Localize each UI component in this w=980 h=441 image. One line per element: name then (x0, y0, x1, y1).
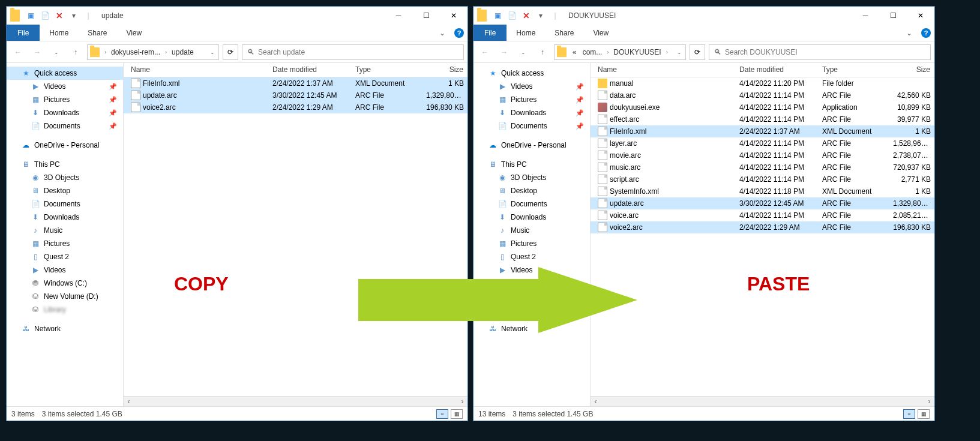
sidebar-item[interactable]: ▶Videos (7, 263, 123, 277)
sidebar-item[interactable]: ◉3D Objects (7, 171, 123, 184)
sidebar-item[interactable]: ★Quick access (7, 67, 123, 80)
breadcrumb-segment[interactable]: dokyusei-rem... (109, 48, 163, 56)
forward-button[interactable]: → (29, 44, 45, 60)
back-button[interactable]: ← (10, 44, 26, 60)
qat-properties-icon[interactable]: ▣ (25, 10, 37, 22)
sidebar-item[interactable]: ⬇Downloads (473, 211, 590, 224)
close-button[interactable]: ✕ (440, 7, 467, 25)
sidebar-item[interactable]: ★Quick access (473, 67, 590, 80)
breadcrumb[interactable]: › dokyusei-rem... › update ⌄ (87, 44, 219, 60)
help-icon[interactable]: ? (451, 25, 467, 41)
sidebar-item[interactable]: ▦Pictures (473, 237, 590, 250)
table-row[interactable]: movie.arc4/14/2022 11:14 PMARC File2,738… (591, 149, 934, 161)
sidebar-item[interactable]: ♪Music (7, 224, 123, 237)
table-row[interactable]: FileInfo.xml2/24/2022 1:37 AMXML Documen… (124, 77, 467, 89)
sidebar-item[interactable]: ▯Quest 2 (7, 250, 123, 263)
table-row[interactable]: voice2.arc2/24/2022 1:29 AMARC File196,8… (591, 221, 934, 233)
qat-delete-icon[interactable]: ✕ (520, 10, 532, 22)
sidebar-item[interactable]: ▶Videos📌 (7, 80, 123, 93)
navigation-pane[interactable]: ★Quick access▶Videos📌▦Pictures📌⬇Download… (473, 63, 591, 406)
column-header-name[interactable]: Name (124, 63, 269, 77)
titlebar[interactable]: ▣ 📄 ✕ ▾ | update ─ ☐ ✕ (7, 7, 467, 25)
tab-file[interactable]: File (473, 25, 507, 41)
breadcrumb-segment[interactable]: update (169, 48, 196, 56)
sidebar-item[interactable]: ⬇Downloads (7, 211, 123, 224)
close-button[interactable]: ✕ (907, 7, 934, 25)
sidebar-item[interactable]: ▦Pictures📌 (473, 93, 590, 106)
sidebar-item[interactable]: ♪Music (473, 224, 590, 237)
tab-view[interactable]: View (116, 25, 151, 41)
chevron-down-icon[interactable]: ⌄ (676, 49, 683, 55)
maximize-button[interactable]: ☐ (879, 7, 907, 25)
qat-new-folder-icon[interactable]: 📄 (506, 10, 518, 22)
sidebar-item[interactable]: ⛁Library (7, 303, 123, 316)
sidebar-item[interactable]: ▦Pictures (7, 237, 123, 250)
tab-file[interactable]: File (7, 25, 40, 41)
table-row[interactable]: SystemInfo.xml4/14/2022 11:18 PMXML Docu… (591, 185, 934, 197)
tab-share[interactable]: Share (78, 25, 116, 41)
recent-dropdown[interactable]: ⌄ (516, 44, 531, 60)
details-view-button[interactable]: ≡ (903, 409, 915, 419)
sidebar-item[interactable]: ▯Quest 2 (473, 250, 590, 263)
ribbon-expand-icon[interactable]: ⌄ (901, 25, 918, 41)
sidebar-item[interactable]: 📄Documents (473, 197, 590, 211)
minimize-button[interactable]: ─ (385, 7, 412, 25)
recent-dropdown[interactable]: ⌄ (49, 44, 64, 60)
sidebar-item[interactable]: 📄Documents (7, 197, 123, 211)
column-header-type[interactable]: Type (819, 63, 889, 77)
sidebar-item[interactable]: ⛁New Volume (D:) (7, 290, 123, 303)
tab-share[interactable]: Share (545, 25, 583, 41)
navigation-pane[interactable]: ★Quick access▶Videos📌▦Pictures📌⬇Download… (7, 63, 124, 406)
sidebar-item[interactable]: 🖥Desktop (473, 184, 590, 197)
table-row[interactable]: script.arc4/14/2022 11:14 PMARC File2,77… (591, 173, 934, 185)
minimize-button[interactable]: ─ (852, 7, 879, 25)
ribbon-expand-icon[interactable]: ⌄ (434, 25, 451, 41)
breadcrumb-segment[interactable]: DOUKYUUSEI (611, 48, 663, 56)
qat-customize-icon[interactable]: ▾ (535, 10, 547, 22)
breadcrumb[interactable]: « com... › DOUKYUUSEI › ⌄ (554, 44, 686, 60)
search-input[interactable]: 🔍︎ Search DOUKYUUSEI (709, 44, 931, 60)
table-row[interactable]: update.arc3/30/2022 12:45 AMARC File1,32… (591, 197, 934, 209)
qat-customize-icon[interactable]: ▾ (68, 10, 80, 22)
table-row[interactable]: manual4/14/2022 11:20 PMFile folder (591, 77, 934, 89)
column-header-date[interactable]: Date modified (269, 63, 352, 77)
horizontal-scrollbar[interactable]: ‹ › (591, 396, 934, 406)
horizontal-scrollbar[interactable]: ‹ › (124, 396, 467, 406)
refresh-button[interactable]: ⟳ (690, 44, 705, 60)
help-icon[interactable]: ? (918, 25, 934, 41)
tab-view[interactable]: View (583, 25, 618, 41)
qat-delete-icon[interactable]: ✕ (53, 10, 65, 22)
tab-home[interactable]: Home (507, 25, 545, 41)
back-button[interactable]: ← (477, 44, 493, 60)
tab-home[interactable]: Home (40, 25, 78, 41)
sidebar-item[interactable]: ▶Videos📌 (473, 80, 590, 93)
sidebar-item[interactable]: ☁OneDrive - Personal (7, 139, 123, 152)
column-header-size[interactable]: Size (422, 63, 467, 77)
sidebar-item[interactable]: ☁OneDrive - Personal (473, 139, 590, 152)
search-input[interactable]: 🔍︎ Search update (242, 44, 464, 60)
details-view-button[interactable]: ≡ (436, 409, 448, 419)
table-row[interactable]: data.arc4/14/2022 11:14 PMARC File42,560… (591, 89, 934, 101)
sidebar-item[interactable]: ▦Pictures📌 (7, 93, 123, 106)
table-row[interactable]: update.arc3/30/2022 12:45 AMARC File1,32… (124, 89, 467, 101)
sidebar-item[interactable]: ⛃Windows (C:) (7, 277, 123, 290)
maximize-button[interactable]: ☐ (412, 7, 440, 25)
up-button[interactable]: ↑ (535, 44, 550, 60)
up-button[interactable]: ↑ (68, 44, 83, 60)
table-row[interactable]: FileInfo.xml2/24/2022 1:37 AMXML Documen… (591, 125, 934, 137)
table-row[interactable]: music.arc4/14/2022 11:14 PMARC File720,9… (591, 161, 934, 173)
sidebar-item[interactable]: ⬇Downloads📌 (7, 106, 123, 119)
titlebar[interactable]: ▣ 📄 ✕ ▾ | DOUKYUUSEI ─ ☐ ✕ (473, 7, 934, 25)
table-row[interactable]: effect.arc4/14/2022 11:14 PMARC File39,9… (591, 113, 934, 125)
sidebar-item[interactable]: ◉3D Objects (473, 171, 590, 184)
sidebar-item[interactable]: 🖥This PC (7, 158, 123, 171)
large-icons-view-button[interactable]: ▦ (451, 409, 463, 419)
column-header-size[interactable]: Size (889, 63, 934, 77)
qat-properties-icon[interactable]: ▣ (492, 10, 504, 22)
column-header-type[interactable]: Type (352, 63, 422, 77)
column-header-date[interactable]: Date modified (736, 63, 819, 77)
table-row[interactable]: voice.arc4/14/2022 11:14 PMARC File2,085… (591, 209, 934, 221)
sidebar-item[interactable]: 🖥This PC (473, 158, 590, 171)
refresh-button[interactable]: ⟳ (223, 44, 238, 60)
table-row[interactable]: voice2.arc2/24/2022 1:29 AMARC File196,8… (124, 101, 467, 113)
